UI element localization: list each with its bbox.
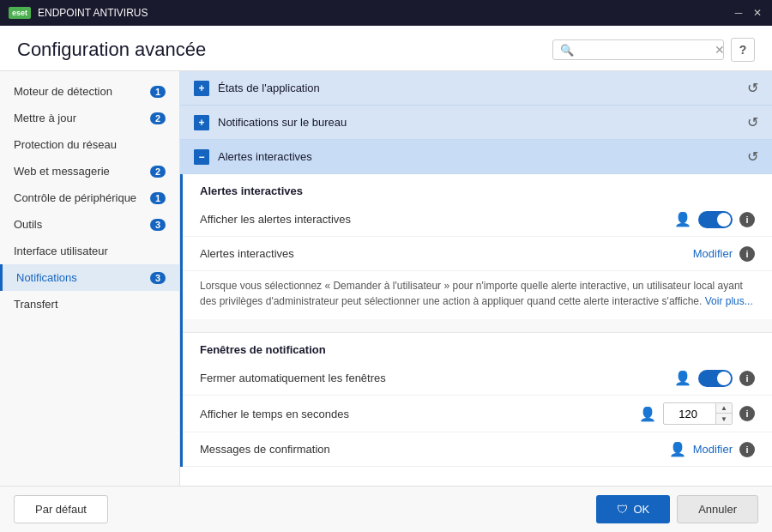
badge-update: 2 — [150, 112, 166, 124]
setting-label-modifier-alerts: Alertes interactives — [200, 247, 693, 260]
badge-detection: 1 — [150, 86, 166, 98]
main-content: + États de l'application ↺ + Notificatio… — [180, 71, 772, 486]
info-icon-show-alerts[interactable]: i — [739, 212, 755, 227]
section-interactive-alerts-header[interactable]: − Alertes interactives ↺ — [180, 140, 772, 174]
user-icon-display-time: 👤 — [639, 406, 656, 422]
info-icon-modifier-alerts[interactable]: i — [739, 246, 755, 262]
badge-device: 1 — [150, 192, 166, 204]
sidebar-item-device[interactable]: Contrôle de périphérique 1 — [0, 184, 179, 211]
modifier-link-alerts[interactable]: Modifier — [693, 247, 733, 260]
app-logo: eset — [9, 7, 31, 19]
sidebar-item-notifications[interactable]: Notifications 3 — [0, 264, 179, 291]
search-icon: 🔍 — [560, 44, 574, 57]
section-desktop-notif-toggle[interactable]: + — [194, 115, 209, 130]
spinner-down-display-time[interactable]: ▼ — [716, 414, 732, 424]
section-interactive-alerts-toggle[interactable]: − — [194, 149, 209, 165]
section-interactive-alerts-reset[interactable]: ↺ — [747, 148, 758, 165]
setting-row-auto-close: Fermer automatiquement les fenêtres 👤 i — [183, 361, 772, 396]
help-button[interactable]: ? — [731, 38, 755, 62]
footer: Par défaut 🛡 OK Annuler — [0, 486, 772, 532]
section-app-states-header[interactable]: + États de l'application ↺ — [180, 71, 772, 106]
setting-label-auto-close: Fermer automatiquement les fenêtres — [200, 372, 674, 384]
titlebar-controls: ─ ✕ — [733, 7, 763, 19]
setting-row-show-alerts: Afficher les alertes interactives 👤 i — [183, 203, 772, 237]
section-desktop-notif-title: Notifications sur le bureau — [218, 116, 747, 129]
titlebar: eset ENDPOINT ANTIVIRUS ─ ✕ — [0, 0, 772, 26]
badge-web: 2 — [150, 166, 166, 178]
setting-control-confirm-messages: 👤 Modifier i — [669, 441, 755, 457]
setting-control-display-time: 👤 ▲ ▼ i — [639, 402, 755, 425]
badge-tools: 3 — [150, 219, 166, 231]
sidebar-item-ui[interactable]: Interface utilisateur — [0, 238, 179, 264]
setting-label-display-time: Afficher le temps en secondes — [200, 408, 639, 420]
setting-label-show-alerts: Afficher les alertes interactives — [200, 213, 674, 226]
section-desktop-notif-header[interactable]: + Notifications sur le bureau ↺ — [180, 106, 772, 140]
sidebar: Moteur de détection 1 Mettre à jour 2 Pr… — [0, 71, 180, 486]
modifier-link-confirm-messages[interactable]: Modifier — [693, 443, 733, 456]
section-app-states-reset[interactable]: ↺ — [747, 80, 758, 96]
footer-right: 🛡 OK Annuler — [596, 495, 758, 523]
close-button[interactable]: ✕ — [751, 7, 763, 19]
info-link-alerts[interactable]: Voir plus... — [705, 295, 753, 307]
minimize-button[interactable]: ─ — [733, 7, 745, 19]
header-right: 🔍 ✕ ? — [552, 38, 755, 62]
titlebar-left: eset ENDPOINT ANTIVIRUS — [9, 7, 148, 19]
setting-label-confirm-messages: Messages de confirmation — [200, 443, 669, 456]
user-icon-confirm-messages: 👤 — [669, 441, 686, 457]
sidebar-item-transfer[interactable]: Transfert — [0, 291, 179, 317]
number-spinners-display-time: ▲ ▼ — [715, 403, 732, 424]
spinner-up-display-time[interactable]: ▲ — [716, 403, 732, 414]
info-icon-auto-close[interactable]: i — [739, 371, 755, 386]
section-desktop-notif-reset[interactable]: ↺ — [747, 114, 758, 130]
search-input[interactable] — [577, 44, 715, 57]
toggle-show-alerts[interactable] — [698, 211, 733, 228]
cancel-button[interactable]: Annuler — [677, 495, 758, 523]
badge-notifications: 3 — [150, 272, 166, 284]
section-app-states-toggle[interactable]: + — [194, 81, 209, 96]
user-icon-auto-close: 👤 — [674, 370, 691, 386]
search-clear-button[interactable]: ✕ — [715, 43, 725, 57]
user-icon-show-alerts: 👤 — [674, 211, 691, 227]
number-input-display-time: ▲ ▼ — [663, 402, 733, 425]
ok-shield-icon: 🛡 — [617, 503, 628, 516]
setting-control-show-alerts: 👤 i — [674, 211, 755, 228]
toggle-auto-close[interactable] — [698, 370, 733, 387]
group-title-alerts: Alertes interactives — [183, 174, 772, 203]
search-box: 🔍 ✕ — [552, 39, 724, 60]
sidebar-item-network[interactable]: Protection du réseau — [0, 131, 179, 158]
section-interactive-alerts-title: Alertes interactives — [218, 150, 747, 163]
setting-control-modifier-alerts: Modifier i — [693, 246, 755, 262]
section-interactive-alerts-content: Alertes interactives Afficher les alerte… — [180, 174, 772, 467]
group-title-notif-windows: Fenêtres de notification — [183, 333, 772, 361]
main-container: Configuration avancée 🔍 ✕ ? Moteur de dé… — [0, 26, 772, 532]
section-divider — [183, 319, 772, 333]
default-button[interactable]: Par défaut — [14, 495, 108, 523]
setting-row-modifier-alerts: Alertes interactives Modifier i — [183, 237, 772, 271]
ok-button[interactable]: 🛡 OK — [596, 495, 670, 523]
section-app-states-title: États de l'application — [218, 82, 747, 94]
content-area: Moteur de détection 1 Mettre à jour 2 Pr… — [0, 71, 772, 486]
info-text-alerts: Lorsque vous sélectionnez « Demander à l… — [183, 271, 772, 319]
sidebar-item-web[interactable]: Web et messagerie 2 — [0, 158, 179, 184]
header: Configuration avancée 🔍 ✕ ? — [0, 26, 772, 71]
info-icon-display-time[interactable]: i — [739, 406, 755, 421]
info-icon-confirm-messages[interactable]: i — [739, 442, 755, 457]
setting-row-confirm-messages: Messages de confirmation 👤 Modifier i — [183, 432, 772, 467]
app-title: ENDPOINT ANTIVIRUS — [38, 7, 148, 19]
page-title: Configuration avancée — [17, 39, 206, 61]
setting-control-auto-close: 👤 i — [674, 370, 755, 387]
sidebar-item-detection[interactable]: Moteur de détection 1 — [0, 78, 179, 105]
setting-row-display-time: Afficher le temps en secondes 👤 ▲ ▼ i — [183, 396, 772, 432]
number-field-display-time[interactable] — [664, 405, 715, 423]
sidebar-item-tools[interactable]: Outils 3 — [0, 211, 179, 238]
sidebar-item-update[interactable]: Mettre à jour 2 — [0, 105, 179, 131]
